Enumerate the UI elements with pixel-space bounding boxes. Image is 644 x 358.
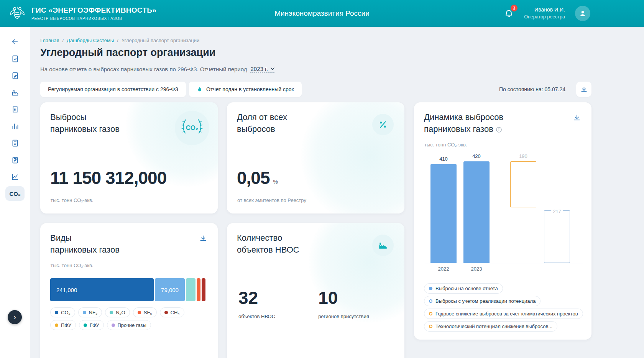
legend-label: Выбросы на основе отчета bbox=[435, 286, 498, 291]
share-value: 0,05 % bbox=[237, 168, 278, 188]
sidebar-expand-button[interactable]: › bbox=[8, 310, 22, 324]
status-badges-row: Регулируемая организация в соответствии … bbox=[40, 82, 302, 97]
legend-dot bbox=[110, 311, 113, 314]
emissions-value-number: 11 150 312,000 bbox=[50, 168, 166, 188]
legend-chip-ch4: CH₄ bbox=[160, 307, 184, 317]
app-subtitle: РЕЕСТР ВЫБРОСОВ ПАРНИКОВЫХ ГАЗОВ bbox=[31, 16, 156, 21]
legend-label: SF₆ bbox=[144, 310, 152, 315]
card-emissions-title: Выбросы парниковых газов bbox=[50, 112, 120, 135]
bar-2023[interactable]: 420 bbox=[463, 151, 490, 263]
breadcrumb-dashboards[interactable]: Дашборды Системы bbox=[67, 38, 114, 43]
card-emissions: Выбросы парниковых газов CO₂ 11 150 312,… bbox=[40, 102, 218, 213]
app-header: ГИС «ЭНЕРГОЭФФЕКТИВНОСТЬ» РЕЕСТР ВЫБРОСО… bbox=[0, 0, 644, 27]
app-title: ГИС «ЭНЕРГОЭФФЕКТИВНОСТЬ» bbox=[31, 6, 156, 15]
legend-label: ПФУ bbox=[61, 322, 71, 328]
bar-climate-reduction[interactable]: 190 bbox=[510, 151, 536, 263]
bar-value-label: 217 bbox=[551, 209, 563, 214]
building-icon bbox=[11, 105, 19, 113]
legend-tech-potential: Технологический потенциал снижения выбро… bbox=[424, 321, 557, 332]
legend-dot bbox=[55, 311, 58, 314]
chevron-right-icon: › bbox=[13, 313, 16, 322]
bar-rect bbox=[510, 161, 536, 207]
info-icon[interactable] bbox=[496, 127, 502, 133]
main-content: Главная / Дашборды Системы / Углеродный … bbox=[30, 27, 644, 358]
nvos-stats: 32 объектов НВОС 10 регионов присутствия bbox=[238, 287, 369, 319]
co2-label: CO₂ bbox=[9, 190, 20, 197]
nvos-objects-value: 32 bbox=[238, 287, 275, 308]
legend-dot bbox=[138, 311, 141, 314]
back-arrow-icon bbox=[11, 38, 19, 46]
legend-dot bbox=[429, 312, 432, 315]
dynamics-legend: Выбросы на основе отчета Выбросы с учето… bbox=[424, 283, 583, 332]
breadcrumb-separator: / bbox=[117, 38, 118, 43]
page-subtitle: На основе отчета о выбросах парниковых г… bbox=[40, 66, 274, 73]
user-block[interactable]: Иванов И.И. Оператор реестра bbox=[524, 6, 565, 20]
document-edit-icon bbox=[11, 72, 19, 80]
page-download-button[interactable] bbox=[576, 82, 591, 97]
legend-label: CO₂ bbox=[61, 310, 71, 315]
sidebar-item-dynamics[interactable] bbox=[5, 169, 25, 184]
factory-icon bbox=[11, 89, 19, 97]
dynamics-chart: 410 420 190 217 2022 2023 bbox=[425, 151, 583, 263]
nvos-stat-regions: 10 регионов присутствия bbox=[318, 287, 369, 319]
report-submitted-badge: Отчет подан в установленный срок bbox=[189, 82, 302, 97]
period-dropdown[interactable]: 2023 г. bbox=[250, 66, 274, 73]
sidebar-item-drafts[interactable] bbox=[5, 68, 25, 83]
card-nvos-title: Количество объектов НВОС bbox=[237, 232, 299, 256]
gas-download-button[interactable] bbox=[199, 234, 208, 243]
user-name: Иванов И.И. bbox=[524, 6, 565, 14]
nvos-stat-objects: 32 объектов НВОС bbox=[238, 287, 275, 319]
sidebar-item-co2[interactable]: CO₂ bbox=[5, 186, 25, 201]
breadcrumb-home[interactable]: Главная bbox=[40, 38, 59, 43]
emissions-units: тыс. тонн СО₂-экв. bbox=[51, 197, 93, 203]
regulated-org-badge-label: Регулируемая организация в соответствии … bbox=[48, 86, 178, 92]
legend-dot bbox=[164, 311, 168, 314]
gas-segment-sf6[interactable] bbox=[197, 278, 200, 301]
header-right: 3 Иванов И.И. Оператор реестра bbox=[503, 6, 590, 21]
gas-legend-row-1: CO₂ NF₃ N₂O SF₆ CH₄ bbox=[50, 307, 184, 317]
card-share-title: Доля от всех выбросов bbox=[237, 112, 287, 135]
legend-dot bbox=[429, 287, 432, 290]
gas-segment-n2o[interactable] bbox=[186, 278, 196, 301]
legend-dot bbox=[112, 324, 115, 327]
bar-2022[interactable]: 410 bbox=[430, 151, 457, 263]
share-caption: от всех эмитентов по Реестру bbox=[237, 197, 306, 203]
legend-chip-other: Прочие газы bbox=[107, 320, 151, 330]
card-dynamics-title-text: Динамика выбросов парниковых газов bbox=[424, 112, 503, 134]
bar-potential[interactable]: 217 bbox=[544, 151, 570, 263]
sidebar-item-organizations[interactable] bbox=[5, 102, 25, 117]
as-of-row: По состоянию на: 05.07.24 bbox=[499, 82, 591, 97]
sidebar-item-reports[interactable] bbox=[5, 51, 25, 66]
gas-segment-ch4[interactable] bbox=[202, 278, 205, 301]
gas-segment-nf3[interactable]: 79,000 bbox=[155, 278, 185, 301]
share-value-number: 0,05 bbox=[237, 168, 270, 188]
gas-segment-value: 79,000 bbox=[161, 287, 179, 293]
gas-segment-value: 241,000 bbox=[56, 287, 77, 293]
sidebar-item-plans[interactable] bbox=[5, 153, 25, 167]
download-icon bbox=[199, 235, 207, 242]
card-dynamics: Динамика выбросов парниковых газов тыс. … bbox=[414, 102, 591, 340]
user-avatar[interactable] bbox=[575, 6, 590, 21]
legend-dot bbox=[55, 324, 58, 327]
breadcrumb-separator: / bbox=[62, 38, 64, 43]
legend-chip-sf6: SF₆ bbox=[133, 307, 157, 317]
gas-segment-co2[interactable]: 241,000 bbox=[50, 278, 154, 301]
sidebar-item-analytics[interactable] bbox=[5, 119, 25, 133]
sidebar-item-registry[interactable] bbox=[5, 136, 25, 150]
legend-chip-pfu: ПФУ bbox=[50, 320, 76, 330]
legend-potential-emissions: Выбросы с учетом реализации потенциала bbox=[424, 296, 540, 306]
legend-label: Технологический потенциал снижения выбро… bbox=[435, 324, 552, 329]
report-submitted-badge-label: Отчет подан в установленный срок bbox=[206, 86, 294, 92]
sidebar-item-back[interactable] bbox=[5, 34, 25, 49]
line-chart-icon bbox=[11, 173, 19, 181]
sidebar-item-enterprises[interactable] bbox=[5, 85, 25, 100]
breadcrumb-current: Углеродный паспорт организации bbox=[122, 38, 199, 43]
dynamics-download-button[interactable] bbox=[572, 113, 582, 122]
nvos-objects-label: объектов НВОС bbox=[238, 314, 275, 319]
legend-dot bbox=[429, 299, 432, 303]
sidebar: CO₂ › bbox=[0, 27, 30, 358]
logo-block[interactable]: ГИС «ЭНЕРГОЭФФЕКТИВНОСТЬ» РЕЕСТР ВЫБРОСО… bbox=[8, 5, 156, 22]
notifications-button[interactable]: 3 bbox=[503, 8, 514, 19]
legend-label: Прочие газы bbox=[118, 322, 146, 328]
breadcrumb: Главная / Дашборды Системы / Углеродный … bbox=[40, 38, 199, 43]
